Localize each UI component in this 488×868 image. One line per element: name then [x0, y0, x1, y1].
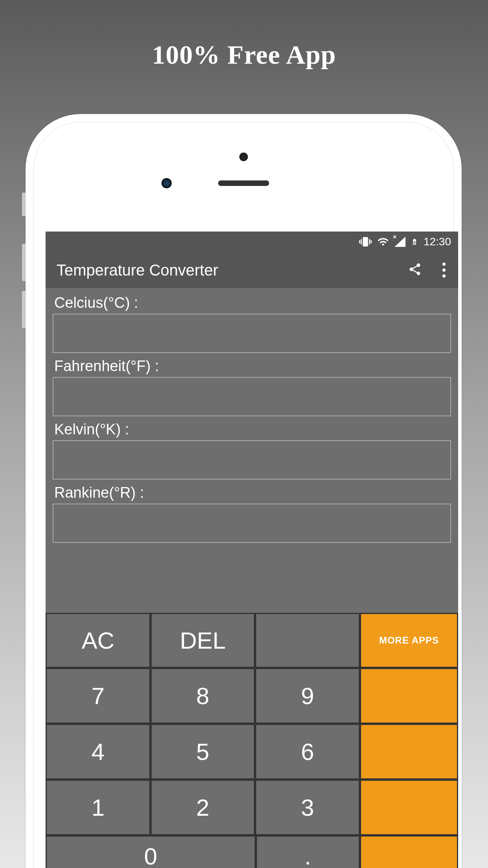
fahrenheit-label: Fahrenheit(°F) :: [53, 355, 451, 377]
signal-icon: ×: [394, 237, 405, 247]
rankine-label: Rankine(°R) :: [53, 481, 451, 504]
phone-speaker: [218, 180, 269, 186]
share-icon[interactable]: [408, 262, 422, 278]
keypad: AC DEL MORE APPS 7 8 9 4 5 6: [46, 613, 458, 868]
battery-icon: [411, 236, 418, 247]
fahrenheit-field-group: Fahrenheit(°F) :: [53, 355, 451, 416]
status-bar: × 12:30: [46, 232, 458, 252]
key-3[interactable]: 3: [256, 781, 359, 834]
key-0[interactable]: 0: [47, 837, 255, 868]
rankine-input[interactable]: [53, 504, 451, 543]
wifi-icon: [377, 236, 389, 248]
phone-volume-up: [22, 244, 26, 281]
key-dot[interactable]: .: [257, 837, 359, 868]
fahrenheit-input[interactable]: [53, 377, 451, 416]
key-1[interactable]: 1: [47, 781, 149, 834]
kelvin-input[interactable]: [53, 440, 451, 480]
celsius-input[interactable]: [53, 314, 451, 353]
key-8[interactable]: 8: [152, 669, 254, 723]
celsius-label: Celcius(°C) :: [53, 291, 451, 314]
phone-screen: × 12:30 Temperature Converter: [46, 232, 458, 868]
key-4[interactable]: 4: [47, 725, 149, 778]
phone-frame: × 12:30 Temperature Converter: [26, 114, 462, 868]
phone-top-sensor: [239, 153, 248, 161]
key-5[interactable]: 5: [152, 725, 254, 778]
phone-volume-down: [22, 291, 26, 328]
app-header: Temperature Converter: [46, 252, 458, 288]
rankine-field-group: Rankine(°R) :: [53, 481, 451, 543]
key-orange-1[interactable]: [361, 669, 457, 723]
key-blank-1[interactable]: [256, 614, 359, 667]
overflow-menu-icon[interactable]: [441, 261, 447, 279]
phone-mute-switch: [22, 193, 26, 216]
celsius-field-group: Celcius(°C) :: [53, 291, 451, 353]
key-2[interactable]: 2: [152, 781, 254, 834]
app-title: Temperature Converter: [57, 261, 218, 279]
status-time: 12:30: [424, 235, 451, 248]
key-7[interactable]: 7: [47, 669, 149, 723]
key-del[interactable]: DEL: [152, 614, 254, 667]
key-orange-2[interactable]: [361, 725, 457, 778]
key-6[interactable]: 6: [256, 725, 359, 778]
vibrate-icon: [359, 235, 372, 248]
promo-headline: 100% Free App: [152, 39, 336, 70]
key-9[interactable]: 9: [256, 669, 359, 723]
key-more-apps[interactable]: MORE APPS: [361, 614, 457, 667]
key-orange-3[interactable]: [361, 781, 457, 834]
converter-body: Celcius(°C) : Fahrenheit(°F) : Kelvin(°K…: [46, 288, 458, 548]
key-orange-4[interactable]: [361, 837, 457, 868]
kelvin-label: Kelvin(°K) :: [53, 418, 451, 440]
kelvin-field-group: Kelvin(°K) :: [53, 418, 451, 480]
phone-camera: [161, 178, 172, 188]
key-ac[interactable]: AC: [47, 614, 149, 667]
phone-frame-inner: × 12:30 Temperature Converter: [33, 122, 454, 868]
